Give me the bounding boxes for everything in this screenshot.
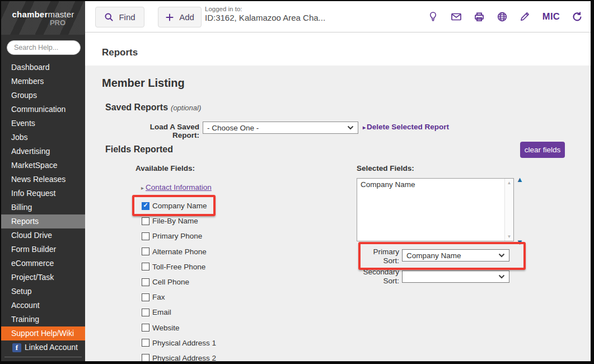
field-label: Toll-Free Phone: [152, 263, 205, 271]
field-checkbox-email[interactable]: Email: [142, 305, 216, 320]
field-checkbox-website[interactable]: Website: [142, 320, 216, 335]
sidebar-item-groups[interactable]: Groups: [1, 88, 85, 102]
sidebar-item-info-request[interactable]: Info Request: [1, 186, 85, 200]
sidebar-item-members[interactable]: Members: [1, 74, 85, 88]
load-report-select[interactable]: - Choose One -: [203, 122, 358, 134]
contact-information-link[interactable]: ▸Contact Information: [141, 183, 212, 192]
field-checkbox-company-name[interactable]: Company Name: [142, 198, 216, 213]
report-title: Member Listing: [102, 77, 185, 90]
field-checkbox-cell-phone[interactable]: Cell Phone: [142, 274, 216, 290]
listbox-scrollbar[interactable]: ▲ ▼: [504, 179, 513, 241]
logged-in-prefix: Logged in to:: [205, 6, 325, 12]
sidebar-item-account[interactable]: Account: [1, 298, 85, 312]
available-fields-label: Available Fields:: [135, 164, 195, 172]
optional-label: (optional): [171, 104, 201, 112]
sidebar-item-news-releases[interactable]: News Releases: [1, 172, 85, 186]
selected-fields-label: Selected Fields:: [357, 164, 414, 172]
sidebar-item-ecommerce[interactable]: eCommerce: [1, 256, 85, 270]
find-button[interactable]: Find: [95, 7, 144, 27]
field-label: Physical Address 2: [152, 354, 216, 361]
checkbox-icon[interactable]: [142, 232, 149, 240]
sidebar-item-communication[interactable]: Communication: [1, 102, 85, 116]
sidebar-item-setup[interactable]: Setup: [1, 284, 85, 298]
sidebar-item-training[interactable]: Training: [1, 312, 85, 326]
available-fields-list: Company Name File-By Name Primary Phone …: [142, 198, 216, 361]
field-checkbox-primary-phone[interactable]: Primary Phone: [142, 228, 216, 244]
delete-link-label: Delete Selected Report: [367, 123, 449, 131]
primary-sort-select[interactable]: Company Name: [402, 249, 509, 262]
chevron-down-icon: [498, 274, 505, 279]
linked-account-label: Linked Account: [25, 340, 78, 354]
page-title-bar: Reports: [85, 32, 591, 66]
clear-fields-button[interactable]: clear fields: [520, 142, 565, 158]
mic-button[interactable]: MIC: [542, 11, 560, 22]
arrow-right-icon: ▸: [363, 124, 366, 130]
field-checkbox-physical-address-1[interactable]: Physical Address 1: [142, 335, 216, 351]
brand-tier: PRO: [50, 18, 66, 27]
checkbox-icon[interactable]: [142, 324, 149, 332]
primary-sort-label: Primary Sort:: [354, 248, 399, 265]
field-checkbox-toll-free-phone[interactable]: Toll-Free Phone: [142, 259, 216, 274]
checkbox-icon[interactable]: [142, 339, 149, 347]
sidebar-item-jobs[interactable]: Jobs: [1, 130, 85, 144]
globe-icon[interactable]: [497, 11, 508, 22]
field-label: Fax: [152, 293, 165, 301]
page-title: Reports: [85, 32, 591, 58]
add-label: Add: [179, 12, 194, 22]
brand-regular: master: [48, 10, 74, 19]
add-button[interactable]: Add: [158, 7, 202, 27]
secondary-sort-select[interactable]: [402, 270, 509, 283]
sidebar-item-billing[interactable]: Billing: [1, 200, 85, 214]
field-label: Cell Phone: [152, 278, 189, 286]
lightbulb-icon[interactable]: [428, 11, 439, 22]
field-label: Company Name: [152, 202, 207, 210]
sidebar-item-cloud-drive[interactable]: Cloud Drive: [1, 228, 85, 242]
checkbox-icon[interactable]: [142, 217, 149, 225]
search-icon: [104, 12, 114, 22]
pencil-icon[interactable]: [520, 11, 531, 22]
arrow-right-icon: ▸: [141, 185, 144, 191]
contact-information-label: Contact Information: [146, 183, 212, 192]
delete-saved-report-link[interactable]: ▸Delete Selected Report: [363, 123, 449, 131]
checkbox-icon[interactable]: [142, 293, 149, 301]
primary-sort-value: Company Name: [406, 251, 461, 260]
sidebar-nav: Dashboard Members Groups Communication E…: [1, 60, 85, 357]
brand-logo: chambermaster PRO: [1, 1, 85, 35]
field-checkbox-file-by-name[interactable]: File-By Name: [142, 213, 216, 228]
field-label: Alternate Phone: [152, 248, 207, 256]
checkbox-icon[interactable]: [142, 278, 149, 286]
checkbox-checked-icon[interactable]: [142, 202, 149, 210]
sidebar-item-form-builder[interactable]: Form Builder: [1, 242, 85, 256]
saved-reports-heading: Saved Reports(optional): [105, 102, 201, 113]
sidebar-item-marketspace[interactable]: MarketSpace: [1, 158, 85, 172]
sidebar-item-advertising[interactable]: Advertising: [1, 144, 85, 158]
field-label: Physical Address 1: [152, 339, 216, 347]
checkbox-icon[interactable]: [142, 263, 149, 270]
checkbox-icon[interactable]: [142, 354, 149, 361]
field-checkbox-alternate-phone[interactable]: Alternate Phone: [142, 244, 216, 259]
move-field-down-button[interactable]: ▼: [516, 239, 523, 246]
checkbox-icon[interactable]: [142, 309, 149, 316]
search-help-input[interactable]: [7, 40, 81, 55]
scroll-down-icon[interactable]: ▼: [505, 234, 513, 239]
checkbox-icon[interactable]: [142, 248, 149, 255]
field-checkbox-fax[interactable]: Fax: [142, 290, 216, 305]
sidebar-item-reports[interactable]: Reports: [1, 214, 85, 228]
mail-icon[interactable]: [451, 11, 462, 22]
selected-field-item[interactable]: Company Name: [357, 179, 513, 190]
selected-fields-listbox[interactable]: Company Name ▲ ▼: [357, 178, 514, 241]
sidebar: chambermaster PRO Dashboard Members Grou…: [1, 1, 85, 361]
scroll-up-icon[interactable]: ▲: [505, 180, 513, 185]
sidebar-item-support-help-wiki[interactable]: Support Help/Wiki: [1, 326, 85, 340]
facebook-icon: f: [12, 343, 21, 352]
main-content: Member Listing Saved Reports(optional) L…: [85, 66, 591, 361]
printer-icon[interactable]: [474, 11, 485, 22]
move-field-up-button[interactable]: ▲: [516, 176, 523, 183]
sidebar-item-linked-account[interactable]: f Linked Account: [1, 340, 85, 354]
sidebar-item-events[interactable]: Events: [1, 116, 85, 130]
sidebar-item-project-task[interactable]: Project/Task: [1, 270, 85, 284]
app-window: chambermaster PRO Dashboard Members Grou…: [0, 0, 594, 364]
sidebar-item-dashboard[interactable]: Dashboard: [1, 60, 85, 74]
field-checkbox-physical-address-2[interactable]: Physical Address 2: [142, 351, 216, 361]
refresh-icon[interactable]: [572, 11, 583, 22]
